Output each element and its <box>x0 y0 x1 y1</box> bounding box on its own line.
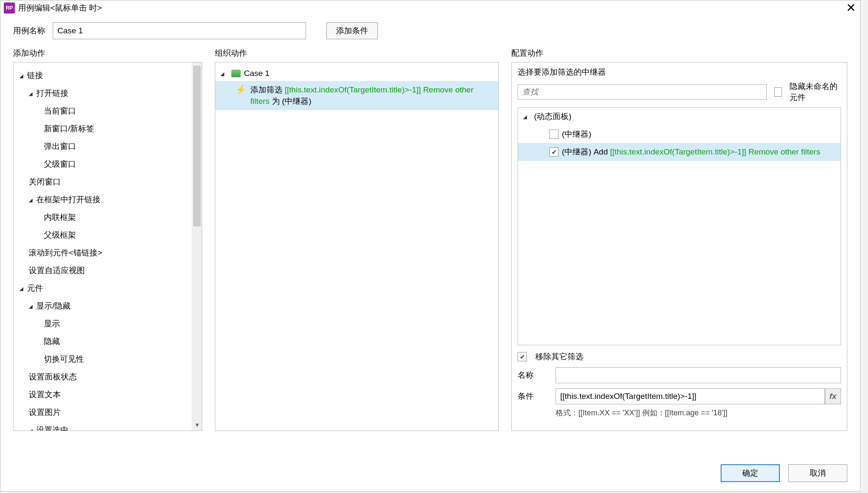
tree-node-set-text[interactable]: 设置文本 <box>29 389 61 400</box>
ok-button[interactable]: 确定 <box>721 464 780 482</box>
tree-node-show-hide[interactable]: 显示/隐藏 <box>36 301 71 312</box>
chevron-down-icon[interactable] <box>220 70 228 77</box>
configure-header: 配置动作 <box>511 48 847 59</box>
tree-node-close-window[interactable]: 关闭窗口 <box>29 176 61 187</box>
target-dynamic-panel-label: (动态面板) <box>534 111 572 122</box>
tree-node-scroll-anchor[interactable]: 滚动到元件<锚链接> <box>29 247 102 258</box>
hide-unnamed-label: 隐藏未命名的元件 <box>789 81 841 103</box>
tree-node-set-image[interactable]: 设置图片 <box>29 407 61 418</box>
tree-node-panel-state[interactable]: 设置面板状态 <box>29 371 77 382</box>
tree-node-popup[interactable]: 弹出窗口 <box>44 141 76 152</box>
case-icon <box>231 70 241 77</box>
add-condition-button[interactable]: 添加条件 <box>326 22 378 39</box>
tree-node-open-link[interactable]: 打开链接 <box>36 88 68 99</box>
target-repeater-2[interactable]: (中继器) Add [[this.text.indexOf(TargetItem… <box>518 143 841 161</box>
window-title: 用例编辑<鼠标单击 时> <box>18 3 845 14</box>
action-tree-panel: 链接 打开链接 当前窗口 新窗口/新标签 弹出窗口 父级窗口 关闭窗口 在框架中… <box>13 62 202 431</box>
configure-panel: 选择要添加筛选的中继器 隐藏未命名的元件 (动态面板) (中继器) <box>511 62 847 431</box>
tree-node-inline-frame[interactable]: 内联框架 <box>44 212 76 223</box>
organize-action-column: 组织动作 Case 1 ⚡ 添加筛选 [[this.text.indexOf(T… <box>215 48 499 431</box>
add-action-column: 添加动作 链接 打开链接 当前窗口 新窗口/新标签 弹出窗口 父级窗口 关闭窗口… <box>13 48 202 431</box>
target-dynamic-panel[interactable]: (动态面板) <box>518 108 841 125</box>
chevron-down-icon[interactable] <box>29 90 36 97</box>
case-label: Case 1 <box>244 69 269 78</box>
target-repeater-1-label: (中继器) <box>562 129 591 140</box>
close-icon[interactable]: ✕ <box>845 2 857 14</box>
target-repeater-2-label: (中继器) Add [[this.text.indexOf(TargetItem… <box>562 146 820 157</box>
tree-node-toggle[interactable]: 切换可见性 <box>44 354 84 365</box>
select-repeater-label: 选择要添加筛选的中继器 <box>518 67 841 78</box>
tree-node-hide[interactable]: 隐藏 <box>44 336 60 347</box>
target-repeater-1-checkbox[interactable] <box>549 130 559 139</box>
target-tree: (动态面板) (中继器) (中继器) Add [[this.text.index… <box>518 107 841 345</box>
scrollbar-down-arrow-icon[interactable]: ▾ <box>192 421 202 429</box>
tree-node-set-selected[interactable]: 设置选中 <box>36 425 68 431</box>
chevron-down-icon[interactable] <box>19 285 27 292</box>
case-name-input[interactable] <box>53 22 306 39</box>
configure-action-column: 配置动作 选择要添加筛选的中继器 隐藏未命名的元件 (动态面板) <box>511 48 847 431</box>
organize-panel: Case 1 ⚡ 添加筛选 [[this.text.indexOf(Target… <box>215 62 499 431</box>
scrollbar-thumb[interactable] <box>193 66 201 226</box>
organize-header: 组织动作 <box>215 48 499 59</box>
cancel-button[interactable]: 取消 <box>788 464 847 482</box>
chevron-down-icon[interactable] <box>29 303 36 309</box>
case-name-row: 用例名称 添加条件 <box>0 16 860 43</box>
add-action-header: 添加动作 <box>13 48 202 59</box>
tree-node-widgets[interactable]: 元件 <box>27 283 43 294</box>
condition-hint: 格式：[[Item.XX == 'XX']] 例如：[[Item.age == … <box>556 408 841 418</box>
action-tree-scrollbar[interactable]: ▾ <box>192 62 202 431</box>
action-suffix: 为 (中继器) <box>269 97 311 106</box>
filter-name-row: 名称 <box>518 367 841 383</box>
filter-condition-label: 条件 <box>518 391 547 402</box>
filter-condition-input[interactable] <box>556 388 825 404</box>
chevron-down-icon[interactable] <box>523 113 531 120</box>
tree-node-new-window[interactable]: 新窗口/新标签 <box>44 123 94 134</box>
hide-unnamed-checkbox[interactable] <box>774 87 782 97</box>
action-tree[interactable]: 链接 打开链接 当前窗口 新窗口/新标签 弹出窗口 父级窗口 关闭窗口 在框架中… <box>14 62 192 431</box>
dialog-buttons: 确定 取消 <box>721 464 847 482</box>
target-repeater-2-checkbox[interactable] <box>549 147 559 157</box>
tree-node-show[interactable]: 显示 <box>44 318 60 329</box>
remove-other-checkbox[interactable] <box>518 352 527 361</box>
case-editor-dialog: RP 用例编辑<鼠标单击 时> ✕ 用例名称 添加条件 添加动作 链接 打开链接… <box>0 0 860 492</box>
titlebar: RP 用例编辑<鼠标单击 时> ✕ <box>0 0 860 16</box>
tree-node-links[interactable]: 链接 <box>27 70 43 81</box>
tree-node-current-window[interactable]: 当前窗口 <box>44 106 76 116</box>
remove-other-row: 移除其它筛选 <box>518 351 841 362</box>
tree-node-open-in-frame[interactable]: 在框架中打开链接 <box>36 194 100 205</box>
chevron-down-icon[interactable] <box>19 72 27 79</box>
app-icon: RP <box>4 3 15 14</box>
tree-node-parent-frame[interactable]: 父级框架 <box>44 230 76 241</box>
tree-node-parent-window[interactable]: 父级窗口 <box>44 159 76 170</box>
remove-other-label: 移除其它筛选 <box>535 351 583 362</box>
fx-button[interactable]: fx <box>825 388 841 404</box>
action-prefix: 添加筛选 <box>250 85 285 94</box>
case-name-label: 用例名称 <box>13 25 45 36</box>
action-text: 添加筛选 [[this.text.indexOf(TargetItem.titl… <box>250 84 492 107</box>
chevron-down-icon[interactable] <box>29 196 36 203</box>
lightning-icon: ⚡ <box>236 85 246 94</box>
filter-name-input[interactable] <box>556 367 841 383</box>
chevron-down-icon[interactable] <box>29 427 36 431</box>
target-repeater-1[interactable]: (中继器) <box>518 125 841 143</box>
action-row-add-filter[interactable]: ⚡ 添加筛选 [[this.text.indexOf(TargetItem.ti… <box>215 81 498 110</box>
filter-name-label: 名称 <box>518 370 547 381</box>
search-input[interactable] <box>518 84 767 100</box>
filter-condition-row: 条件 fx <box>518 388 841 404</box>
tree-node-adaptive-view[interactable]: 设置自适应视图 <box>29 265 85 276</box>
case-row[interactable]: Case 1 <box>215 66 498 81</box>
